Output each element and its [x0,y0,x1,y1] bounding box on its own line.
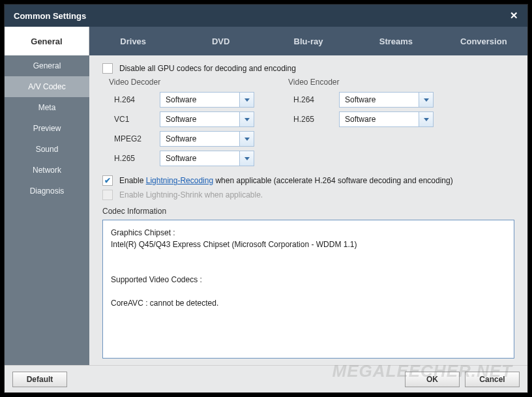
disable-gpu-checkbox[interactable] [102,63,113,74]
decoder-h264-select[interactable]: Software [160,92,254,108]
content: Disable all GPU codecs for decoding and … [89,55,527,365]
codec-info-line: Intel(R) Q45/Q43 Express Chipset (Micros… [111,239,506,250]
codec-info-box: Graphics Chipset : Intel(R) Q45/Q43 Expr… [102,220,514,359]
default-button[interactable]: Default [12,372,67,387]
top-row: General Drives DVD Blu-ray Streams Conve… [5,27,527,55]
sidebar-item-meta[interactable]: Meta [5,97,89,118]
decoder-h264-value: Software [166,95,196,104]
footer: Default OK Cancel [5,365,527,392]
chevron-down-icon [239,151,254,166]
codec-info-line: Supported Video Codecs : [111,274,506,286]
ok-button[interactable]: OK [405,372,460,387]
codec-info-line: CoreAVC : cannot be detected. [111,297,506,309]
cancel-button[interactable]: Cancel [465,372,520,387]
chevron-down-icon [239,93,254,107]
decoder-mpeg2-value: Software [166,134,196,143]
close-icon[interactable]: ✕ [510,10,518,22]
encoder-h265-row: H.265 Software [293,111,434,127]
decoder-header: Video Decoder [109,78,254,87]
tabs: Drives DVD Blu-ray Streams Conversion [89,27,527,55]
lightning-recoding-row: Enable Lightning-Recoding when applicabl… [102,175,514,186]
sidebar-item-avcodec[interactable]: A/V Codec [5,76,89,97]
lightning-shrink-label: Enable Lightning-Shrink when applicable. [119,190,263,199]
settings-window: Common Settings ✕ General Drives DVD Blu… [4,4,528,393]
decoder-h264-row: H.264 Software [114,92,254,108]
encoder-h264-row: H.264 Software [293,92,434,108]
decoder-h264-label: H.264 [114,95,160,104]
lightning-shrink-row: Enable Lightning-Shrink when applicable. [102,190,514,200]
lightning-shrink-checkbox [102,190,113,200]
decoder-h265-row: H.265 Software [114,151,254,166]
main-tab-general[interactable]: General [5,27,89,55]
tab-conversion[interactable]: Conversion [440,27,527,55]
window-title: Common Settings [14,11,86,21]
titlebar: Common Settings ✕ [5,5,527,27]
encoder-h265-label: H.265 [293,115,339,124]
sidebar-item-sound[interactable]: Sound [5,139,89,160]
sidebar-item-diagnosis[interactable]: Diagnosis [5,181,89,201]
decoder-vc1-label: VC1 [114,115,160,124]
sidebar: General A/V Codec Meta Preview Sound Net… [5,55,89,365]
chevron-down-icon [419,112,433,126]
decoder-h265-label: H.265 [114,154,160,163]
decoder-vc1-value: Software [166,115,196,124]
sidebar-item-preview[interactable]: Preview [5,118,89,139]
decoder-mpeg2-select[interactable]: Software [160,131,254,147]
main: General A/V Codec Meta Preview Sound Net… [5,55,527,365]
footer-right: OK Cancel [405,372,520,387]
decoder-mpeg2-label: MPEG2 [114,134,160,143]
chevron-down-icon [239,112,254,126]
lightning-recoding-link[interactable]: Lightning-Recoding [146,176,213,185]
encoder-h265-select[interactable]: Software [339,111,434,127]
tab-dvd[interactable]: DVD [177,27,264,55]
decoder-vc1-row: VC1 Software [114,111,254,127]
decoder-h265-value: Software [166,154,196,163]
encoder-h264-value: Software [345,95,376,104]
lightning-recoding-checkbox[interactable] [102,175,113,186]
chevron-down-icon [419,93,433,107]
tab-bluray[interactable]: Blu-ray [265,27,352,55]
decoder-mpeg2-row: MPEG2 Software [114,131,254,147]
encoder-h264-select[interactable]: Software [339,92,434,108]
codec-info-line: Graphics Chipset : [111,227,506,239]
disable-gpu-row: Disable all GPU codecs for decoding and … [102,63,514,74]
encoder-header: Video Encoder [288,78,434,87]
body: General Drives DVD Blu-ray Streams Conve… [5,27,527,392]
chevron-down-icon [239,132,254,146]
encoder-h265-value: Software [345,115,376,124]
lightning-recoding-label: Enable Lightning-Recoding when applicabl… [119,176,453,185]
decoder-column: Video Decoder H.264 Software VC1 Softwa [114,78,254,170]
encoder-h264-label: H.264 [293,95,339,104]
tab-streams[interactable]: Streams [352,27,439,55]
decoder-vc1-select[interactable]: Software [160,111,254,127]
encoder-column: Video Encoder H.264 Software H.265 Soft [293,78,434,170]
sidebar-item-network[interactable]: Network [5,160,89,181]
tab-drives[interactable]: Drives [89,27,177,55]
codec-info-label: Codec Information [102,207,514,216]
codec-columns: Video Decoder H.264 Software VC1 Softwa [114,78,514,170]
disable-gpu-label: Disable all GPU codecs for decoding and … [119,64,296,73]
decoder-h265-select[interactable]: Software [160,151,254,166]
sidebar-item-general[interactable]: General [5,55,89,76]
